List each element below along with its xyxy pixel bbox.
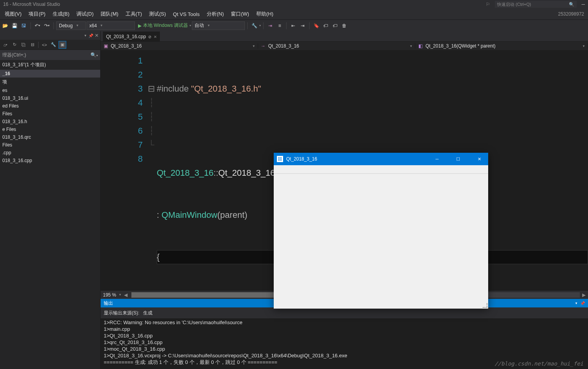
scroll-left-icon[interactable]: ◀ xyxy=(124,292,128,298)
resize-grip-icon[interactable] xyxy=(483,303,487,308)
maximize-button[interactable]: ☐ xyxy=(449,153,467,165)
solution-explorer: ▼ 📌 ✕ ⌂▾ ↻ ⿻ ⊟ <> 🔧 ▣ 理器(Ctrl+;) 🔍▾ 018_… xyxy=(0,31,101,369)
redo-icon[interactable]: ↷▾ xyxy=(43,21,51,30)
tree-item[interactable]: .cpp xyxy=(0,149,100,157)
tree-item[interactable]: Files xyxy=(0,141,100,149)
bookmark-prev-icon[interactable]: 🏷 xyxy=(321,21,330,30)
quick-launch-input[interactable]: 快速启动 (Ctrl+Q) 🔍 xyxy=(495,1,577,8)
menu-qt[interactable]: Qt VS Tools xyxy=(170,10,203,19)
search-icon: 🔍▾ xyxy=(90,52,98,58)
menu-tools[interactable]: 工具(T) xyxy=(122,9,145,19)
nav-scope-class[interactable]: → Qt_2018_3_16▼ xyxy=(258,43,416,49)
tab-strip: Qt_2018_3_16.cpp ⊘ ✕ xyxy=(101,31,588,41)
save-icon[interactable]: 💾 xyxy=(10,21,19,30)
chevron-down-icon[interactable]: ▼ xyxy=(575,302,578,305)
qt-toolbar xyxy=(274,165,488,174)
qt-client-area xyxy=(274,174,488,309)
notify-icon[interactable]: ⚐ xyxy=(486,2,490,7)
menu-build[interactable]: 生成(B) xyxy=(50,9,73,19)
panel-menu-icon[interactable]: ▼ xyxy=(84,34,87,37)
refresh-icon[interactable]: ↻ xyxy=(11,41,18,49)
search-icon: 🔍 xyxy=(569,2,574,7)
chevron-down-icon[interactable]: ▼ xyxy=(119,293,122,297)
menu-debug[interactable]: 调试(D) xyxy=(73,9,97,19)
scroll-right-icon[interactable]: ▶ xyxy=(582,292,586,298)
tool-a-icon[interactable]: 🔧 xyxy=(250,21,259,30)
svg-rect-1 xyxy=(278,157,280,159)
zoom-level[interactable]: 195 % xyxy=(103,292,116,298)
fold-toggle-icon[interactable]: ⊟ xyxy=(147,82,155,96)
qt-app-icon xyxy=(277,156,283,162)
output-line: 1>main.cpp xyxy=(104,326,585,332)
tab-close-icon[interactable]: ✕ xyxy=(154,35,157,39)
tree-item[interactable]: es xyxy=(0,87,100,94)
user-badge[interactable]: 2532098972 xyxy=(558,11,586,17)
qt-title-bar[interactable]: Qt_2018_3_16 ─ ☐ ✕ xyxy=(274,153,488,165)
indent-left-icon[interactable]: ⇤ xyxy=(289,21,298,30)
svg-rect-2 xyxy=(280,157,282,159)
menu-analysis[interactable]: 分析(N) xyxy=(204,9,227,19)
output-line: 1>RCC: Warning: No resources in 'C:\User… xyxy=(104,319,585,326)
copy-icon[interactable]: ⿻ xyxy=(19,41,27,49)
menu-project[interactable]: 项目(P) xyxy=(25,9,48,19)
bookmark-icon[interactable]: 🔖 xyxy=(312,21,321,30)
tree-item[interactable]: 018_3_16.cpp xyxy=(0,157,100,164)
menu-view[interactable]: 视图(V) xyxy=(2,9,25,19)
run-target-dropdown[interactable]: 自动▼ xyxy=(192,21,245,30)
close-icon[interactable]: ✕ xyxy=(95,33,99,38)
fold-column[interactable]: ⊟ ┆ ┆ ┆ └ xyxy=(147,51,155,290)
minimize-icon[interactable]: ─ xyxy=(581,2,585,7)
tree-item[interactable]: ed Files xyxy=(0,102,100,110)
bookmark-clear-icon[interactable]: 🗑 xyxy=(340,21,349,30)
code-nav-bar: ▣ Qt_2018_3_16▼ → Qt_2018_3_16▼ ◧ Qt_201… xyxy=(101,41,588,51)
solution-root[interactable]: 018_3_16"(1 个项目) xyxy=(0,60,100,70)
step-icon[interactable]: ⇥ xyxy=(266,21,275,30)
menu-window[interactable]: 窗口(W) xyxy=(228,9,252,19)
indent-right-icon[interactable]: ⇥ xyxy=(298,21,307,30)
start-debug-button[interactable]: ▶ 本地 Windows 调试器 ▾ xyxy=(138,22,191,29)
menu-help[interactable]: 帮助(H) xyxy=(253,9,276,19)
output-line: 1>qrc_Qt_2018_3_16.cpp xyxy=(104,339,585,346)
menu-team[interactable]: 团队(M) xyxy=(97,9,122,19)
output-line: 1>Qt_2018_3_16.vcxproj -> C:\Users\maohu… xyxy=(104,352,585,359)
config-dropdown[interactable]: Debug▼ xyxy=(56,21,86,30)
title-bar: 16 - Microsoft Visual Studio ⚐ 快速启动 (Ctr… xyxy=(0,0,588,9)
svg-rect-0 xyxy=(278,157,282,161)
home-icon[interactable]: ⌂▾ xyxy=(2,41,9,49)
undo-icon[interactable]: ↶▾ xyxy=(33,21,42,30)
editor-tab[interactable]: Qt_2018_3_16.cpp ⊘ ✕ xyxy=(103,32,160,41)
output-source-dropdown[interactable]: 生成 xyxy=(142,309,160,317)
qt-app-window[interactable]: Qt_2018_3_16 ─ ☐ ✕ xyxy=(274,153,488,309)
code-icon[interactable]: <> xyxy=(41,41,48,49)
tree-item[interactable]: 018_3_16.qrc xyxy=(0,133,100,141)
close-button[interactable]: ✕ xyxy=(470,153,488,165)
tree-item[interactable]: 018_3_16.ui xyxy=(0,94,100,102)
minimize-button[interactable]: ─ xyxy=(428,153,446,165)
tree-item[interactable]: e Files xyxy=(0,125,100,133)
menu-test[interactable]: 测试(S) xyxy=(146,9,169,19)
solution-search-input[interactable]: 理器(Ctrl+;) 🔍▾ xyxy=(0,50,100,60)
output-source-label: 显示输出来源(S): xyxy=(104,310,139,316)
pin-icon[interactable]: 📌 xyxy=(89,34,93,38)
tab-pin-icon[interactable]: ⊘ xyxy=(148,35,151,39)
tree-item[interactable]: 018_3_16.h xyxy=(0,118,100,125)
tree-item[interactable]: Files xyxy=(0,110,100,118)
list-icon[interactable]: ≡ xyxy=(275,21,284,30)
save-all-icon[interactable]: 🖫 xyxy=(19,21,28,30)
wrench-icon[interactable]: 🔧 xyxy=(50,41,57,49)
qt-window-title: Qt_2018_3_16 xyxy=(286,156,317,162)
solution-tree: _16 项 es 018_3_16.ui ed Files Files 018_… xyxy=(0,70,100,369)
tree-item[interactable]: _16 xyxy=(0,70,100,78)
open-icon[interactable]: 📂 xyxy=(1,21,9,30)
bookmark-next-icon[interactable]: 🏷 xyxy=(331,21,339,30)
properties-icon[interactable]: ▣ xyxy=(58,41,66,49)
platform-dropdown[interactable]: x64▼ xyxy=(87,21,135,30)
tree-item[interactable]: 项 xyxy=(0,78,100,87)
play-icon: ▶ xyxy=(138,23,142,28)
collapse-icon[interactable]: ⊟ xyxy=(28,41,36,49)
method-icon: ◧ xyxy=(418,43,423,49)
nav-scope-project[interactable]: ▣ Qt_2018_3_16▼ xyxy=(101,43,258,49)
pin-icon[interactable]: 📌 xyxy=(580,301,585,305)
output-line: 1>moc_Qt_2018_3_16.cpp xyxy=(104,346,585,352)
nav-scope-member[interactable]: ◧ Qt_2018_3_16(QWidget * parent)▼ xyxy=(415,43,588,49)
